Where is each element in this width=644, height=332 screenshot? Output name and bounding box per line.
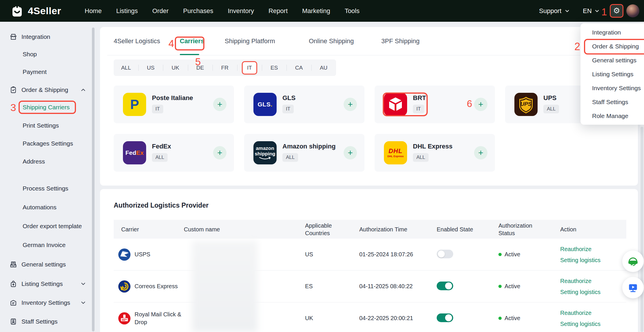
setting-logistics-link[interactable]: Setting logistics <box>560 286 626 297</box>
sidebar-item-packages-settings[interactable]: Packages Settings <box>0 137 96 150</box>
sidebar-item-label: Process Settings <box>23 185 68 192</box>
language-label: EN <box>583 7 592 15</box>
filter-fr[interactable]: FR <box>213 59 237 76</box>
carrier-name: UPS <box>543 94 556 102</box>
status-dot <box>498 285 502 288</box>
add-carrier-button[interactable]: + <box>213 98 226 111</box>
carrier-card-fedex: FedEx FedEx ALL + <box>114 134 234 172</box>
setting-logistics-link[interactable]: Setting logistics <box>560 255 626 266</box>
filter-all[interactable]: ALL <box>114 59 138 76</box>
sidebar-item-shop[interactable]: Shop <box>0 47 96 61</box>
nav-inventory[interactable]: Inventory <box>228 7 254 15</box>
nav-order[interactable]: Order <box>152 7 168 15</box>
country-cell: US <box>297 251 359 258</box>
sidebar-item-order-export-template[interactable]: Order export template <box>0 219 96 233</box>
annotation-number-2: 2 <box>574 41 580 53</box>
dropdown-item-general-settings[interactable]: General settings <box>592 53 636 67</box>
dropdown-item-listing-settings[interactable]: Listing Settings <box>592 67 633 81</box>
add-carrier-button[interactable]: + <box>344 98 357 111</box>
tab-3pf-shipping[interactable]: 3PF Shipping <box>381 37 420 45</box>
nav-home[interactable]: Home <box>85 7 102 15</box>
setting-logistics-link[interactable]: Setting logistics <box>560 318 626 329</box>
filter-es[interactable]: ES <box>262 59 286 76</box>
tab-shipping-platform[interactable]: Shipping Platform <box>225 37 275 45</box>
clipboard-check-icon <box>10 86 17 94</box>
dropdown-item-inventory-settings[interactable]: Inventory Settings <box>592 81 641 95</box>
enabled-toggle[interactable] <box>437 282 453 290</box>
dropdown-item-role-manage[interactable]: Role Manage <box>592 109 628 123</box>
settings-gear-button[interactable]: ⚙ <box>610 4 623 18</box>
section-title: Authorized Logistics Provider <box>114 202 208 209</box>
sidebar-item-staff-settings[interactable]: Staff Settings <box>0 315 96 329</box>
reauthorize-link[interactable]: Reauthorize <box>560 307 626 318</box>
royal-mail-logo <box>118 312 130 324</box>
carrier-card-gls: GLS. GLS IT + <box>244 86 364 123</box>
top-navbar: 4Seller Home Listings Order Purchases In… <box>0 0 644 22</box>
sidebar-item-inventory-settings[interactable]: Inventory Settings <box>0 296 96 310</box>
language-menu[interactable]: EN <box>583 0 600 22</box>
toggle-knob <box>445 314 452 321</box>
plus-icon: + <box>478 148 483 158</box>
toggle-knob <box>445 282 452 289</box>
dropdown-item-integration[interactable]: Integration <box>592 26 621 39</box>
tab-4seller-logistics[interactable]: 4Seller Logistics <box>114 37 160 45</box>
sidebar-item-general-settings[interactable]: General settings <box>0 257 96 271</box>
enabled-toggle[interactable] <box>437 250 453 258</box>
nav-purchases[interactable]: Purchases <box>183 7 213 15</box>
inbox-icon <box>10 261 17 268</box>
filter-us[interactable]: US <box>138 59 163 76</box>
app-logo[interactable]: 4Seller <box>10 0 61 22</box>
country-tag: ALL <box>152 153 168 162</box>
filter-ca[interactable]: CA <box>286 59 311 76</box>
page-scrollbar[interactable] <box>641 127 643 332</box>
chevron-down-icon <box>80 300 86 306</box>
authorization-time-cell: 04-11-2025 08:40:22 <box>359 283 431 290</box>
carrier-card-poste-italiane: P Poste Italiane IT + <box>114 86 234 123</box>
filter-uk[interactable]: UK <box>163 59 188 76</box>
user-avatar[interactable] <box>626 4 639 17</box>
sidebar-item-payment[interactable]: Payment <box>0 65 96 79</box>
nav-tools[interactable]: Tools <box>345 7 360 15</box>
sidebar-scrollbar[interactable] <box>92 28 95 331</box>
sidebar-item-order-shipping[interactable]: Order & Shipping <box>0 83 96 97</box>
annotation-box-brt <box>383 92 428 116</box>
reauthorize-link[interactable]: Reauthorize <box>560 275 626 286</box>
support-menu[interactable]: Support <box>539 0 570 22</box>
sidebar-item-listing-settings[interactable]: Listing Settings <box>0 277 96 291</box>
sidebar-item-print-settings[interactable]: Print Settings <box>0 119 96 133</box>
filter-it[interactable]: IT <box>237 59 262 76</box>
video-tutorial-button[interactable] <box>622 277 644 298</box>
sidebar-item-label: Print Settings <box>23 122 59 129</box>
storefront-icon <box>10 33 17 41</box>
chevron-down-icon <box>594 8 600 14</box>
sidebar-item-process-settings[interactable]: Process Settings <box>0 182 96 195</box>
sidebar-item-label: Address <box>23 158 45 165</box>
sidebar-item-german-invoice[interactable]: German Invoice <box>0 238 96 252</box>
add-carrier-button[interactable]: + <box>344 146 357 159</box>
annotation-box-carriers-tab <box>175 37 204 50</box>
gls-logo: GLS. <box>253 93 277 116</box>
nav-marketing[interactable]: Marketing <box>302 7 330 15</box>
filter-au[interactable]: AU <box>311 59 336 76</box>
annotation-number-6: 6 <box>467 98 472 109</box>
add-carrier-button[interactable]: + <box>474 146 487 159</box>
col-header-applicable-countries: Applicable Countries <box>297 222 359 237</box>
enabled-toggle[interactable] <box>437 313 453 322</box>
annotation-number-5: 5 <box>195 56 201 68</box>
carrier-card-brt: BRT IT 6 + <box>375 86 495 123</box>
sidebar-item-integration[interactable]: Integration <box>0 30 96 44</box>
sidebar-item-address[interactable]: Address <box>0 155 96 168</box>
dropdown-item-staff-settings[interactable]: Staff Settings <box>592 95 628 109</box>
tab-online-shipping[interactable]: Online Shipping <box>309 37 354 45</box>
add-carrier-button[interactable]: + <box>213 146 226 159</box>
filter-it-selected[interactable]: IT <box>242 61 257 75</box>
add-carrier-button[interactable]: + <box>474 98 487 111</box>
sidebar-item-automations[interactable]: Automations <box>0 200 96 214</box>
table-row: Correos Express ES 04-11-2025 08:40:22 A… <box>114 271 626 302</box>
nav-listings[interactable]: Listings <box>116 7 138 15</box>
status-dot <box>498 317 502 320</box>
live-chat-button[interactable] <box>622 251 644 272</box>
reauthorize-link[interactable]: Reauthorize <box>560 244 626 255</box>
plus-icon: + <box>348 148 353 158</box>
nav-report[interactable]: Report <box>269 7 288 15</box>
